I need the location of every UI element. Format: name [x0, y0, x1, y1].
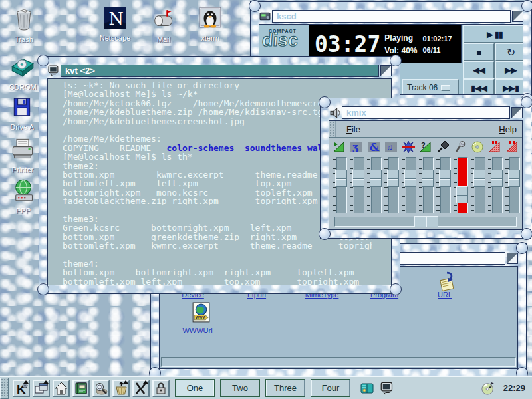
window-corner-knob[interactable] [521, 0, 532, 12]
cd-disc-icon[interactable] [469, 140, 486, 154]
volume-slider[interactable] [458, 157, 468, 213]
menu-help[interactable]: Help [493, 124, 522, 134]
volume-slider[interactable] [492, 157, 503, 213]
desktop-pager-four[interactable]: Four [311, 379, 350, 397]
tux-penguin-icon [199, 7, 221, 32]
menu-arrow-icon [143, 380, 148, 384]
repeat-button[interactable]: ↻ [495, 43, 523, 61]
balance-slider[interactable] [334, 217, 517, 227]
recording-pause-icon[interactable] [486, 140, 503, 154]
window-corner-knob[interactable] [319, 96, 331, 108]
window-corner-knob[interactable] [516, 242, 528, 254]
microphone-icon[interactable] [452, 140, 469, 154]
volume-slider-handle[interactable] [456, 186, 468, 203]
maximize-button[interactable] [507, 253, 518, 264]
desktop-icon-printer[interactable]: Printer [1, 137, 44, 174]
rewind-button[interactable]: ◀◀ [463, 61, 495, 79]
organizer-book-button[interactable] [72, 380, 90, 397]
window-corner-knob[interactable] [249, 0, 261, 12]
terminal-mini-icon[interactable] [47, 65, 59, 77]
window-corner-knob[interactable] [521, 96, 532, 108]
synth-notes-icon[interactable]: ♫ [382, 140, 400, 154]
lock-screen-button[interactable] [152, 380, 170, 397]
volume-slider[interactable] [336, 157, 347, 213]
window-corner-knob[interactable] [521, 228, 532, 240]
desktop-icon-netscape[interactable]: N Netscape [94, 7, 136, 42]
window-corner-knob[interactable] [390, 283, 402, 295]
line-plug-icon[interactable] [434, 140, 452, 154]
volume-slider-handle[interactable] [422, 170, 434, 187]
desktop-pager-two[interactable]: Two [220, 379, 260, 397]
desktop-icon-trash[interactable]: Trash [3, 8, 45, 43]
panel-collapse-handle[interactable] [0, 378, 9, 399]
volume-slider[interactable] [475, 157, 485, 213]
desktop-pager-one[interactable]: One [175, 379, 215, 397]
desktop-icon-mail[interactable]: Mail [142, 8, 185, 43]
maximize-button[interactable] [511, 107, 523, 118]
maximize-button[interactable] [512, 11, 523, 22]
recording-pause-icon[interactable] [503, 140, 521, 154]
volume-slider-handle[interactable] [508, 170, 520, 187]
lcd-track-time: 03:27 [309, 31, 384, 57]
volume-slider-handle[interactable] [404, 170, 416, 187]
volume-slider-handle[interactable] [439, 170, 451, 187]
kmix-window[interactable]: kmix File Help ʒ&♫? [320, 98, 531, 239]
find-files-button[interactable] [92, 380, 110, 397]
balance-slider-handle[interactable] [414, 216, 438, 227]
volume-triangle-icon[interactable] [331, 140, 348, 154]
fast-forward-button[interactable]: ▶▶ [495, 61, 523, 79]
desktop-icon-label: Netscape [100, 34, 130, 42]
desktop-pager-three[interactable]: Three [265, 379, 305, 397]
mixer-mini-icon[interactable] [329, 107, 340, 119]
volume-slider[interactable] [406, 157, 416, 213]
window-corner-knob[interactable] [37, 283, 49, 295]
volume-slider[interactable] [440, 157, 451, 213]
k-menu-button[interactable]: K [13, 380, 30, 397]
treble-clef-icon[interactable]: & [365, 140, 382, 154]
volume-slider[interactable] [509, 157, 520, 213]
kscd-indicator-icon[interactable] [479, 380, 497, 397]
volume-slider-handle[interactable] [491, 170, 503, 187]
volume-slider-handle[interactable] [387, 170, 399, 187]
unknown-question-icon[interactable]: ? [417, 140, 434, 154]
mixer-channel [469, 140, 486, 215]
stop-button[interactable]: ■ [463, 43, 495, 61]
desktop-icon-drive-a[interactable]: Drive A [1, 96, 43, 131]
volume-slider-handle[interactable] [370, 170, 382, 187]
menu-file[interactable]: File [341, 124, 366, 134]
previous-track-button[interactable]: ▮◀◀ [463, 78, 495, 95]
desktop-icon-xterm[interactable]: xterm [189, 7, 231, 42]
menubar-handle[interactable] [329, 121, 336, 137]
play-pause-button[interactable]: ▶ ▮▮ [463, 25, 523, 43]
window-corner-knob[interactable] [37, 55, 49, 66]
pcm-wave-muted-icon[interactable] [400, 140, 417, 154]
cd-player-mini-icon[interactable] [259, 11, 271, 23]
volume-slider-handle[interactable] [473, 170, 485, 187]
kmix-titlebar[interactable]: kmix [329, 106, 523, 119]
next-track-button[interactable]: ▶▶▮ [495, 78, 523, 95]
mixer-channel [434, 140, 452, 215]
disk-navigator-button[interactable] [358, 380, 376, 397]
maximize-button[interactable] [380, 65, 392, 76]
x11-utilities-button[interactable] [132, 380, 150, 397]
volume-slider-handle[interactable] [335, 170, 347, 187]
lcd-volume: Vol: 40% [384, 46, 417, 55]
track-selector[interactable]: Track 06 [402, 79, 459, 95]
window-corner-knob[interactable] [390, 55, 402, 66]
basket-button[interactable] [112, 380, 130, 397]
volume-slider-handle[interactable] [352, 170, 364, 187]
volume-slider[interactable] [388, 157, 399, 213]
kvt-task-button[interactable] [378, 380, 396, 397]
kfm-item-url[interactable]: URL [438, 291, 452, 299]
volume-slider[interactable] [354, 157, 364, 213]
window-list-button[interactable] [33, 380, 50, 397]
wwwurl-globe-icon[interactable]: WWW [192, 302, 210, 327]
home-folder-button[interactable] [53, 380, 70, 397]
kfm-item-wwwurl[interactable]: WWWUrl [182, 327, 212, 334]
volume-slider[interactable] [371, 157, 382, 213]
bass-clef-icon[interactable]: ʒ [348, 140, 365, 154]
kscd-titlebar[interactable]: kscd [259, 10, 523, 23]
volume-slider[interactable] [423, 157, 434, 213]
window-corner-knob[interactable] [319, 228, 331, 240]
kvt-titlebar[interactable]: kvt <2> [47, 65, 392, 77]
